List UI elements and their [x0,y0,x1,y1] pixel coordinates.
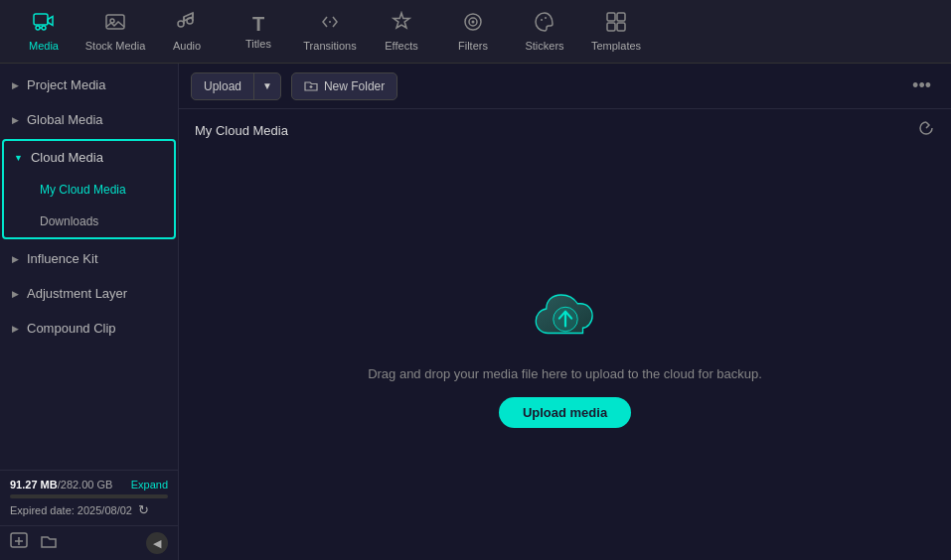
sidebar-item-global-media[interactable]: ▶ Global Media [0,102,178,137]
svg-rect-4 [106,15,124,29]
sidebar-nav: ▶ Project Media ▶ Global Media ▼ Cloud M… [0,64,178,470]
chevron-right-icon: ▶ [12,324,19,334]
sidebar-item-influence-kit[interactable]: ▶ Influence Kit [0,241,178,276]
svg-rect-19 [617,23,625,31]
chevron-right-icon: ▶ [12,254,19,264]
toolbar-item-titles[interactable]: T Titles [223,4,294,60]
stock-media-icon [104,11,126,36]
folder-plus-icon [304,79,318,93]
svg-point-6 [178,21,184,27]
sidebar-label-downloads: Downloads [40,214,98,228]
toolbar-label-stock: Stock Media [85,40,146,52]
new-project-icon[interactable] [10,532,28,554]
toolbar: Media Stock Media Audio T Titles [0,0,951,64]
new-folder-label: New Folder [324,79,385,93]
audio-icon [176,11,198,36]
toolbar-item-stickers[interactable]: Stickers [509,4,580,60]
svg-rect-0 [34,14,48,25]
toolbar-label-filters: Filters [458,40,488,52]
new-folder-button[interactable]: New Folder [291,72,397,100]
storage-bar [10,494,168,498]
content-section-title: My Cloud Media [195,123,288,138]
svg-rect-18 [607,23,615,31]
templates-icon [605,11,627,36]
toolbar-label-media: Media [29,40,59,52]
sidebar-label-cloud-media: Cloud Media [31,150,103,165]
transitions-icon [319,11,341,36]
toolbar-item-templates[interactable]: Templates [580,4,652,60]
upload-media-button[interactable]: Upload media [499,397,631,428]
content-refresh-button[interactable] [917,119,935,141]
sidebar-bottom-icons: ◀ [0,525,178,560]
sidebar: ▶ Project Media ▶ Global Media ▼ Cloud M… [0,64,179,560]
sidebar-item-my-cloud-media[interactable]: My Cloud Media [4,174,174,206]
toolbar-item-transitions[interactable]: Transitions [294,4,366,60]
drag-drop-label: Drag and drop your media file here to up… [368,366,762,381]
chevron-down-icon: ▼ [14,153,23,163]
content-toolbar: Upload ▼ New Folder ••• [179,64,951,109]
more-options-button[interactable]: ••• [904,71,939,100]
upload-button[interactable]: Upload ▼ [191,72,281,100]
svg-point-2 [42,26,46,30]
toolbar-item-filters[interactable]: Filters [437,4,509,60]
filters-icon [462,11,484,36]
sidebar-item-compound-clip[interactable]: ▶ Compound Clip [0,311,178,346]
expired-date-label: Expired date: 2025/08/02 [10,504,132,516]
sidebar-group-cloud-media: ▼ Cloud Media My Cloud Media Downloads [2,139,176,239]
toolbar-label-transitions: Transitions [303,40,356,52]
stickers-icon [534,11,555,36]
sidebar-label-compound-clip: Compound Clip [27,321,116,336]
sidebar-item-cloud-media[interactable]: ▼ Cloud Media [4,141,174,174]
toolbar-item-media[interactable]: Media [8,4,79,60]
sidebar-footer: 91.27 MB/282.00 GB Expand Expired date: … [0,470,178,525]
expand-storage-button[interactable]: Expand [131,479,168,490]
svg-point-1 [36,26,40,30]
titles-icon: T [252,14,264,34]
toolbar-item-stock-media[interactable]: Stock Media [79,4,151,60]
sidebar-label-global-media: Global Media [27,112,103,127]
toolbar-label-stickers: Stickers [525,40,563,52]
sidebar-item-project-media[interactable]: ▶ Project Media [0,68,178,102]
empty-state: Drag and drop your media file here to up… [179,149,951,560]
content-header: My Cloud Media [179,109,951,149]
content-area: Upload ▼ New Folder ••• My Cloud Media [179,64,951,560]
svg-point-14 [541,19,543,21]
svg-point-25 [553,307,577,332]
main-layout: ▶ Project Media ▶ Global Media ▼ Cloud M… [0,64,951,560]
cloud-upload-illustration [526,281,605,350]
toolbar-label-effects: Effects [385,40,417,52]
svg-point-13 [472,21,475,24]
effects-icon [391,11,412,36]
toolbar-item-audio[interactable]: Audio [151,4,223,60]
sidebar-item-adjustment-layer[interactable]: ▶ Adjustment Layer [0,276,178,311]
sidebar-label-influence-kit: Influence Kit [27,251,98,266]
chevron-right-icon: ▶ [12,289,19,299]
sidebar-item-downloads[interactable]: Downloads [4,206,174,237]
toolbar-label-titles: Titles [245,38,271,50]
sidebar-label-project-media: Project Media [27,77,105,92]
toolbar-item-effects[interactable]: Effects [366,4,437,60]
expired-date-row: Expired date: 2025/08/02 ↻ [10,502,168,517]
svg-rect-17 [617,13,625,21]
upload-button-label[interactable]: Upload [192,73,254,99]
refresh-icon[interactable]: ↻ [138,502,149,517]
media-icon [33,11,55,36]
chevron-right-icon: ▶ [12,115,19,125]
upload-dropdown-arrow[interactable]: ▼ [254,74,280,97]
toolbar-label-audio: Audio [173,40,201,52]
sidebar-label-my-cloud-media: My Cloud Media [40,183,126,197]
toolbar-label-templates: Templates [591,40,641,52]
svg-point-15 [545,17,547,19]
open-folder-icon[interactable] [40,532,58,554]
storage-used: 91.27 MB/282.00 GB [10,479,112,490]
svg-rect-16 [607,13,615,21]
chevron-right-icon: ▶ [12,80,19,90]
collapse-sidebar-button[interactable]: ◀ [146,532,168,554]
sidebar-label-adjustment-layer: Adjustment Layer [27,286,127,301]
